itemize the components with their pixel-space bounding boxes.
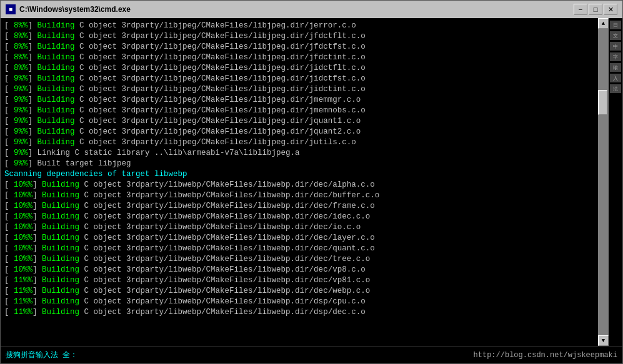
right-panel-item[interactable]: 入 [610, 74, 621, 82]
terminal-line: [ 8%%] Building C object 3rdparty/libjpe… [4, 21, 594, 31]
terminal-line: [ 10%%] Building C object 3rdparty/libwe… [4, 201, 594, 212]
window-title: C:\Windows\system32\cmd.exe [19, 5, 131, 14]
window: ■ C:\Windows\system32\cmd.exe − □ ✕ [ 8%… [0, 0, 623, 364]
terminal-content: [ 8%%] Building C object 3rdparty/libjpe… [1, 18, 598, 346]
terminal-line: [ 10%%] Building C object 3rdparty/libwe… [4, 222, 594, 233]
cmd-icon: ■ [6, 4, 16, 14]
terminal-line: [ 9%%] Building C object 3rdparty/libjpe… [4, 74, 594, 84]
terminal-line: [ 9%%] Building C object 3rdparty/libjpe… [4, 84, 594, 95]
terminal-line: [ 9%%] Building C object 3rdparty/libjpe… [4, 106, 594, 116]
terminal-line: [ 9%%] Building C object 3rdparty/libjpe… [4, 137, 594, 148]
right-panel-item[interactable]: 文 [610, 31, 621, 40]
terminal-line: [ 10%%] Building C object 3rdparty/libwe… [4, 233, 594, 243]
terminal-line: [ 8%%] Building C object 3rdparty/libjpe… [4, 31, 594, 42]
terminal-line: [ 11%%] Building C object 3rdparty/libwe… [4, 297, 594, 307]
right-panel-item[interactable]: 输 [610, 63, 621, 72]
terminal-line: [ 9%%] Linking C static library ..\lib\a… [4, 148, 594, 159]
minimize-button[interactable]: − [574, 4, 587, 15]
terminal-line: [ 10%%] Building C object 3rdparty/libwe… [4, 243, 594, 254]
terminal-line: [ 9%%] Building C object 3rdparty/libjpe… [4, 127, 594, 137]
terminal-line: [ 11%%] Building C object 3rdparty/libwe… [4, 286, 594, 297]
scrollbar-track[interactable] [598, 29, 609, 335]
terminal-line: [ 10%%] Building C object 3rdparty/libwe… [4, 190, 594, 201]
right-panel-item[interactable]: 法 [610, 84, 621, 93]
right-panel: 日文中字输入法 [609, 18, 622, 346]
scroll-up-button[interactable]: ▲ [598, 18, 609, 29]
maximize-button[interactable]: □ [589, 4, 602, 15]
right-panel-item[interactable]: 字 [610, 52, 621, 61]
right-panel-item[interactable]: 日 [610, 21, 621, 29]
terminal-line: [ 8%%] Building C object 3rdparty/libjpe… [4, 63, 594, 74]
close-button[interactable]: ✕ [604, 4, 617, 15]
terminal-line: [ 8%%] Building C object 3rdparty/libjpe… [4, 52, 594, 63]
terminal-line: [ 8%%] Building C object 3rdparty/libjpe… [4, 42, 594, 52]
terminal-line: [ 10%%] Building C object 3rdparty/libwe… [4, 212, 594, 222]
scrollbar-thumb[interactable] [598, 90, 607, 115]
terminal-line: Scanning dependencies of target libwebp [4, 169, 594, 180]
terminal-line: [ 9%%] Building C object 3rdparty/libjpe… [4, 116, 594, 127]
watermark-url: http://blog.csdn.net/wjskeepmaki [474, 351, 617, 360]
right-panel-item[interactable]: 中 [610, 42, 621, 51]
terminal-line: [ 9%%] Built target libjpeg [4, 159, 594, 169]
statusbar: 搜狗拼音输入法 全： http://blog.csdn.net/wjskeepm… [1, 346, 622, 363]
terminal-line: [ 10%%] Building C object 3rdparty/libwe… [4, 254, 594, 265]
scrollbar[interactable]: ▲ ▼ [598, 18, 609, 346]
terminal-line: [ 11%%] Building C object 3rdparty/libwe… [4, 307, 594, 318]
titlebar: ■ C:\Windows\system32\cmd.exe − □ ✕ [1, 1, 622, 18]
terminal-line: [ 11%%] Building C object 3rdparty/libwe… [4, 275, 594, 286]
terminal-line: [ 10%%] Building C object 3rdparty/libwe… [4, 265, 594, 275]
terminal-line: [ 10%%] Building C object 3rdparty/libwe… [4, 180, 594, 190]
scroll-down-button[interactable]: ▼ [598, 335, 609, 346]
terminal-line: [ 9%%] Building C object 3rdparty/libjpe… [4, 95, 594, 106]
titlebar-left: ■ C:\Windows\system32\cmd.exe [6, 4, 131, 14]
terminal-body: [ 8%%] Building C object 3rdparty/libjpe… [1, 18, 622, 346]
titlebar-buttons: − □ ✕ [574, 4, 617, 15]
ime-status: 搜狗拼音输入法 全： [6, 350, 77, 360]
